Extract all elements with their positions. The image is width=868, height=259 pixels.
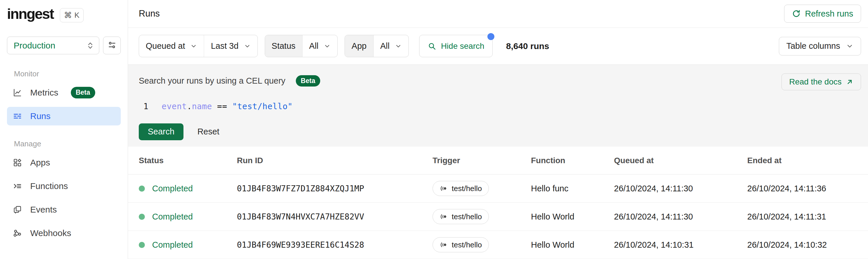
- cel-search-title: Search your runs by using a CEL query: [139, 76, 285, 86]
- trigger-pill: test/hello: [433, 209, 489, 224]
- time-range-dropdown[interactable]: Last 3d: [204, 35, 257, 57]
- search-icon: [428, 42, 436, 51]
- ended-at-value: 26/10/2024, 14:11:36: [747, 184, 861, 193]
- functions-icon: [12, 181, 22, 191]
- column-header-ended-at: Ended at: [747, 156, 861, 165]
- page-title: Runs: [139, 8, 160, 19]
- cel-query-editor[interactable]: 1 event.name == "test/hello": [139, 102, 861, 111]
- queued-at-value: 26/10/2024, 14:11:30: [614, 212, 747, 222]
- chevron-down-icon: [190, 43, 197, 50]
- status-filter-dropdown[interactable]: All: [302, 35, 337, 57]
- sidebar-item-label: Runs: [30, 111, 51, 121]
- event-trigger-icon: [439, 241, 447, 249]
- queued-at-value: 26/10/2024, 14:10:31: [614, 240, 747, 250]
- notification-dot: [488, 33, 494, 40]
- table-header-row: Status Run ID Trigger Function Queued at…: [128, 147, 868, 174]
- filter-bar: Queued at Last 3d Status All: [128, 28, 868, 65]
- environment-row: Production: [7, 36, 121, 54]
- trigger-cell: test/hello: [433, 209, 531, 224]
- sidebar-section-manage: Manage: [14, 139, 121, 148]
- chevrons-up-down-icon: [86, 41, 94, 50]
- sidebar-item-label: Functions: [30, 181, 68, 191]
- status-cell: Completed: [139, 240, 237, 250]
- search-button[interactable]: Search: [139, 123, 183, 140]
- sidebar-item-functions[interactable]: Functions: [7, 177, 121, 195]
- table-row[interactable]: Completed 01JB4F83W7N4HVXC7A7HZE82VV tes…: [128, 203, 868, 231]
- status-label: Completed: [152, 184, 193, 193]
- trigger-cell: test/hello: [433, 181, 531, 196]
- events-icon: [12, 205, 22, 214]
- app-filter-dropdown[interactable]: All: [373, 35, 408, 57]
- table-row[interactable]: Completed 01JB4F69WE9393EERE16C14S28 tes…: [128, 231, 868, 259]
- event-trigger-icon: [439, 184, 447, 193]
- environment-selector[interactable]: Production: [7, 36, 99, 54]
- runs-count: 8,640 runs: [506, 41, 549, 51]
- refresh-runs-button[interactable]: Refresh runs: [784, 5, 861, 23]
- refresh-runs-label: Refresh runs: [805, 9, 853, 19]
- read-the-docs-label: Read the docs: [789, 77, 842, 87]
- shortcut-key-label: K: [74, 11, 79, 20]
- event-trigger-icon: [439, 212, 447, 221]
- runs-list-icon: [12, 111, 22, 121]
- cel-search-panel: Search your runs by using a CEL query Be…: [128, 65, 868, 147]
- beta-badge: Beta: [296, 75, 320, 87]
- sidebar-section-monitor: Monitor: [14, 69, 121, 78]
- inngest-logo[interactable]: inngest: [7, 7, 54, 24]
- webhooks-icon: [12, 228, 22, 238]
- sidebar-item-metrics[interactable]: Metrics Beta: [7, 83, 121, 102]
- function-name: Hello World: [531, 212, 614, 222]
- queued-at-value: 26/10/2024, 14:11:30: [614, 184, 747, 193]
- status-label: Completed: [152, 212, 193, 222]
- function-name: Hello func: [531, 184, 614, 193]
- time-field-dropdown[interactable]: Queued at: [139, 35, 204, 57]
- cel-query-code: event.name == "test/hello": [162, 102, 292, 111]
- sidebar-item-apps[interactable]: Apps: [7, 153, 121, 172]
- sidebar-item-runs[interactable]: Runs: [7, 107, 121, 125]
- app-filter-value: All: [380, 41, 390, 51]
- status-cell: Completed: [139, 212, 237, 222]
- sidebar-item-label: Metrics: [30, 88, 58, 97]
- sidebar-item-label: Events: [30, 205, 57, 214]
- status-filter: Status All: [265, 35, 338, 57]
- column-header-status: Status: [139, 156, 237, 165]
- status-filter-value: All: [309, 41, 318, 51]
- column-header-function: Function: [531, 156, 614, 165]
- status-dot-icon: [139, 214, 145, 220]
- app-root: inngest ⌘ K Production Monitor: [0, 0, 868, 259]
- app-filter: App All: [345, 35, 409, 57]
- command-icon: ⌘: [64, 10, 72, 20]
- ended-at-value: 26/10/2024, 14:10:32: [747, 240, 861, 250]
- function-name: Hello World: [531, 240, 614, 250]
- column-header-trigger: Trigger: [433, 156, 531, 165]
- command-k-shortcut[interactable]: ⌘ K: [60, 8, 83, 22]
- sidebar-item-webhooks[interactable]: Webhooks: [7, 224, 121, 242]
- page-header: Runs Refresh runs: [128, 0, 868, 28]
- sidebar-nav: Monitor Metrics Beta Runs Manage App: [7, 69, 121, 242]
- run-id: 01JB4F69WE9393EERE16C14S28: [237, 240, 433, 250]
- table-row[interactable]: Completed 01JB4F83W7FZ7D1Z884XZQJ1MP tes…: [128, 174, 868, 203]
- chevron-down-icon: [846, 42, 854, 50]
- time-range-value: Last 3d: [211, 41, 238, 51]
- beta-badge: Beta: [71, 87, 95, 98]
- reset-button[interactable]: Reset: [197, 127, 219, 137]
- status-cell: Completed: [139, 184, 237, 193]
- environment-value: Production: [13, 41, 55, 51]
- hide-search-button[interactable]: Hide search: [419, 35, 493, 57]
- sidebar-item-events[interactable]: Events: [7, 200, 121, 219]
- external-link-icon: [846, 78, 854, 86]
- status-filter-label: Status: [265, 35, 302, 57]
- environment-settings-button[interactable]: [103, 36, 121, 54]
- sidebar-item-label: Apps: [30, 158, 50, 168]
- sliders-icon: [108, 41, 116, 51]
- refresh-icon: [792, 9, 801, 18]
- trigger-pill: test/hello: [433, 237, 489, 252]
- trigger-pill: test/hello: [433, 181, 489, 196]
- time-field-value: Queued at: [146, 41, 185, 51]
- ended-at-value: 26/10/2024, 14:11:31: [747, 212, 861, 222]
- trigger-name: test/hello: [452, 212, 482, 221]
- read-the-docs-button[interactable]: Read the docs: [781, 74, 861, 90]
- chevron-down-icon: [324, 43, 331, 50]
- table-columns-button[interactable]: Table columns: [779, 37, 861, 55]
- apps-icon: [12, 158, 22, 168]
- table-body: Completed 01JB4F83W7FZ7D1Z884XZQJ1MP tes…: [128, 174, 868, 259]
